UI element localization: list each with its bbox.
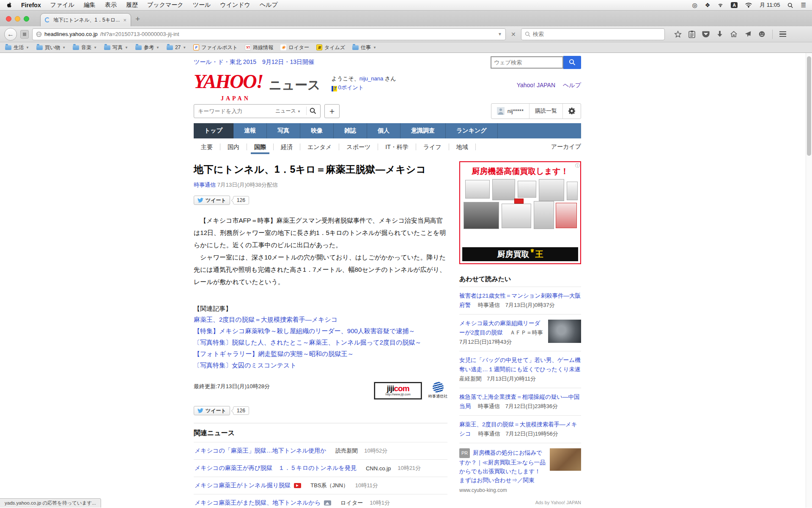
apple-icon[interactable]	[6, 2, 12, 8]
bookmark-filepost[interactable]: Fファイルポスト	[193, 44, 238, 51]
related-article-link[interactable]: 〔写真特集〕脱獄した人、されたとこ～麻薬王、トンネル掘って2度目の脱獄～	[194, 339, 421, 346]
news-search-box[interactable]: ニュース ▼	[194, 104, 321, 118]
category-main[interactable]: 主要	[194, 144, 220, 150]
category-international[interactable]: 国際	[247, 144, 274, 150]
category-region[interactable]: 地域	[449, 144, 476, 150]
news-link[interactable]: メキシコの「麻薬王」脱獄…地下トンネル使用か	[195, 447, 326, 455]
related-article-link[interactable]: 【特集】メキシコ麻薬戦争～殺し屋組織のリーダー、900人殺害容疑で逮捕～	[194, 327, 415, 334]
nav-tab-flash[interactable]: 速報	[233, 123, 267, 138]
settings-gear-button[interactable]	[563, 104, 581, 119]
home-icon[interactable]	[730, 30, 738, 38]
spotlight-icon[interactable]	[787, 3, 793, 8]
scrollbar-thumb[interactable]	[807, 56, 811, 156]
bookmarks-menu-icon[interactable]	[689, 30, 695, 38]
menu-item-view[interactable]: 表示	[105, 1, 117, 9]
points-link[interactable]: 0ポイント	[338, 84, 364, 91]
add-search-tab-button[interactable]: ＋	[324, 104, 340, 118]
news-link[interactable]: メキシコ麻薬王がまた脱獄、地下トンネルから	[195, 499, 321, 507]
wifi-icon[interactable]	[745, 3, 752, 8]
related-article-link[interactable]: 麻薬王、2度目の脱獄＝大規模捜索着手―メキシコ	[194, 316, 337, 323]
bookmark-folder-music[interactable]: 音楽▼	[73, 44, 97, 51]
close-window-button[interactable]	[6, 16, 11, 22]
category-domestic[interactable]: 国内	[220, 144, 247, 150]
site-identity-globe-icon[interactable]	[36, 31, 42, 37]
news-search-input[interactable]	[198, 108, 273, 114]
minimize-window-button[interactable]	[15, 16, 20, 22]
category-economy[interactable]: 経済	[274, 144, 300, 150]
bookmark-folder-27[interactable]: 27▼	[167, 44, 186, 50]
bookmark-times[interactable]: ≣タイムズ	[316, 44, 345, 51]
bookmark-reuters[interactable]: ✳ロイター	[280, 44, 309, 51]
tab-close-icon[interactable]: ×	[123, 17, 126, 23]
hotspot-icon[interactable]	[718, 3, 723, 8]
page-scrollbar[interactable]	[806, 53, 812, 508]
jiji-press-logo[interactable]: 時事通信社	[428, 382, 447, 399]
category-it-science[interactable]: IT・科学	[378, 144, 416, 150]
tweet-button[interactable]: ツイート	[194, 196, 230, 205]
related-article-link[interactable]: 〔写真特集〕女囚のミスコンテスト	[194, 362, 296, 369]
tweet-button[interactable]: ツイート	[194, 406, 230, 415]
notification-center-icon[interactable]: ☰	[801, 2, 806, 8]
news-thumbnail[interactable]	[548, 320, 581, 343]
smiley-icon[interactable]	[758, 30, 765, 38]
bookmark-folder-shopping[interactable]: 買い物▼	[36, 44, 66, 51]
nav-tab-magazine[interactable]: 雑誌	[334, 123, 367, 138]
menu-item-bookmarks[interactable]: ブックマーク	[147, 1, 184, 9]
menu-hamburger-icon[interactable]	[779, 31, 786, 37]
kitchen-ad-banner[interactable]: ⓘ 厨房機器高価買取します！	[459, 161, 581, 264]
bookmark-folder-work[interactable]: 仕事▼	[352, 44, 376, 51]
downloads-icon[interactable]	[716, 30, 723, 38]
nav-tab-top[interactable]: トップ	[194, 123, 233, 138]
stop-button[interactable]: ✕	[509, 31, 518, 38]
search-scope-select[interactable]: ニュース ▼	[275, 108, 301, 115]
input-source-icon[interactable]: A	[731, 2, 738, 8]
category-life[interactable]: ライフ	[416, 144, 449, 150]
share-icon[interactable]	[744, 30, 752, 38]
menu-item-file[interactable]: ファイル	[50, 1, 74, 9]
pr-thumbnail[interactable]	[550, 448, 581, 471]
nav-tab-poll[interactable]: 意識調査	[401, 123, 446, 138]
nav-tab-photo[interactable]: 写真	[267, 123, 300, 138]
bookmark-folder-reference[interactable]: 参考▼	[135, 44, 159, 51]
username-link[interactable]: niju_nana	[359, 75, 383, 82]
dropbox-icon[interactable]: ❖	[705, 2, 710, 8]
source-link[interactable]: 時事通信	[194, 182, 216, 188]
subscriptions-button[interactable]: 購読一覧	[529, 104, 563, 119]
pocket-icon[interactable]	[702, 30, 710, 38]
pr-ad-link[interactable]: 厨房機器の処分にお悩みですか？｜≪厨房買取王≫なら一品からでも出張買取いたします…	[459, 450, 546, 483]
creative-cloud-icon[interactable]: ◎	[692, 2, 697, 8]
bookmark-folder-life[interactable]: 生活▼	[5, 44, 29, 51]
bookmark-transit[interactable]: Y!路線情報	[245, 44, 273, 51]
nav-tab-ranking[interactable]: ランキング	[446, 123, 498, 138]
promo-banner-link[interactable]: ツール・ド・東北 2015 9月12日・13日開催	[194, 58, 314, 66]
menu-item-firefox[interactable]: Firefox	[21, 2, 41, 8]
yahoo-japan-link[interactable]: Yahoo! JAPAN	[517, 82, 555, 89]
yahoo-japan-logo[interactable]: YAHOO! JAPAN	[194, 72, 263, 91]
menu-item-help[interactable]: ヘルプ	[260, 1, 278, 9]
bookmark-star-icon[interactable]	[674, 30, 682, 38]
ad-info-icon[interactable]: ⓘ	[575, 163, 580, 169]
forward-button[interactable]	[20, 30, 29, 39]
web-search-input[interactable]	[494, 59, 560, 66]
category-entertainment[interactable]: エンタメ	[300, 144, 339, 150]
news-link[interactable]: メキシコの麻薬王が再び脱獄 １．５キロのトンネルを発見	[195, 464, 357, 472]
web-search-button[interactable]	[563, 56, 581, 69]
menu-item-window[interactable]: ウインドウ	[220, 1, 250, 9]
jijicom-logo[interactable]: jijicom http://www.jiji.com	[374, 382, 422, 399]
nav-tab-personal[interactable]: 個人	[367, 123, 401, 138]
menu-item-tools[interactable]: ツール	[193, 1, 211, 9]
help-link[interactable]: ヘルプ	[563, 82, 581, 89]
zoom-window-button[interactable]	[24, 16, 29, 22]
browser-search-field[interactable]	[521, 28, 665, 40]
url-bar[interactable]: headlines.yahoo.co.jp/hl?a=20150713-0000…	[32, 28, 506, 40]
related-article-link[interactable]: 【フォトギャラリー】網走監獄の実態～昭和の脱獄王～	[194, 350, 354, 357]
category-sports[interactable]: スポーツ	[339, 144, 378, 150]
menu-item-edit[interactable]: 編集	[84, 1, 96, 9]
browser-tab[interactable]: 地下にトンネル、1．5キロ... ×	[40, 13, 131, 26]
archive-link[interactable]: アーカイブ	[551, 143, 581, 151]
new-tab-button[interactable]: +	[135, 14, 140, 24]
news-search-button[interactable]	[310, 108, 316, 114]
menu-item-history[interactable]: 履歴	[126, 1, 138, 9]
url-dropdown-icon[interactable]: ▼	[498, 32, 502, 36]
nav-tab-video[interactable]: 映像	[300, 123, 334, 138]
